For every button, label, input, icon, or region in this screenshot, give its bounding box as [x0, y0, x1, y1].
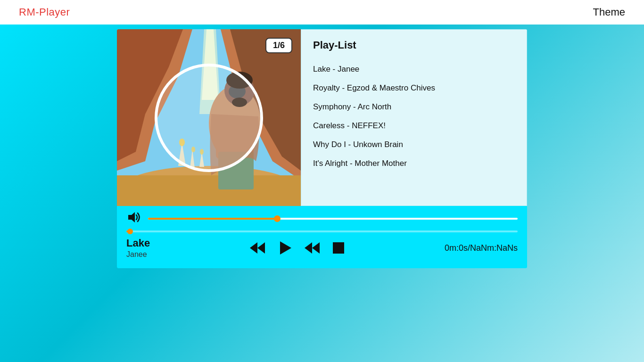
playlist-item-6[interactable]: It's Alright - Mother Mother: [313, 154, 515, 173]
volume-slider-thumb: [274, 215, 281, 222]
time-display: 0m:0s/NaNm:NaNs: [445, 243, 518, 253]
player-top: 1/6 Play-List Lake - Janee Royalty - Egz…: [117, 29, 527, 206]
app-title-prefix: RM: [19, 6, 35, 18]
fast-forward-button[interactable]: [303, 239, 322, 256]
volume-slider-fill: [148, 218, 277, 220]
controls-area: Lake Janee: [117, 206, 527, 268]
album-circle-overlay: [155, 64, 263, 172]
bottom-controls: Lake Janee: [126, 237, 518, 259]
svg-marker-24: [250, 242, 257, 254]
playlist-item-1[interactable]: Lake - Janee: [313, 60, 515, 79]
song-info: Lake Janee: [126, 237, 150, 259]
theme-button[interactable]: Theme: [593, 6, 625, 18]
svg-rect-8: [117, 175, 301, 206]
progress-track[interactable]: [126, 230, 518, 232]
rewind-button[interactable]: [248, 239, 267, 256]
svg-rect-28: [333, 242, 344, 254]
playback-controls: [248, 239, 347, 257]
playlist-item-5[interactable]: Why Do I - Unkown Brain: [313, 135, 515, 154]
song-title: Lake: [126, 237, 150, 249]
app-title: RM-Player: [19, 6, 70, 18]
playlist-item-3[interactable]: Symphony - Arc North: [313, 98, 515, 116]
progress-thumb: [127, 229, 133, 234]
app-title-separator: -: [35, 6, 39, 18]
play-button[interactable]: [275, 239, 294, 257]
volume-icon[interactable]: [126, 211, 141, 227]
svg-marker-22: [128, 212, 135, 222]
song-artist: Janee: [126, 250, 150, 259]
svg-marker-23: [257, 242, 265, 254]
svg-marker-25: [280, 241, 291, 255]
playlist-item-2[interactable]: Royalty - Egzod & Maestro Chives: [313, 79, 515, 98]
stop-button[interactable]: [330, 239, 347, 256]
playlist-item-4[interactable]: Careless - NEFFEX!: [313, 116, 515, 135]
svg-marker-26: [305, 242, 312, 254]
svg-marker-27: [312, 242, 320, 254]
playlist-area: Play-List Lake - Janee Royalty - Egzod &…: [301, 29, 527, 206]
playlist-title: Play-List: [313, 39, 515, 51]
top-bar: RM-Player Theme: [0, 0, 644, 25]
progress-row: [126, 230, 518, 232]
album-art-area: 1/6: [117, 29, 301, 206]
volume-slider-track[interactable]: [148, 218, 518, 220]
track-counter: 1/6: [265, 38, 292, 53]
volume-row: [126, 211, 518, 227]
player-container: 1/6 Play-List Lake - Janee Royalty - Egz…: [117, 29, 527, 268]
app-title-suffix: Player: [39, 6, 70, 18]
